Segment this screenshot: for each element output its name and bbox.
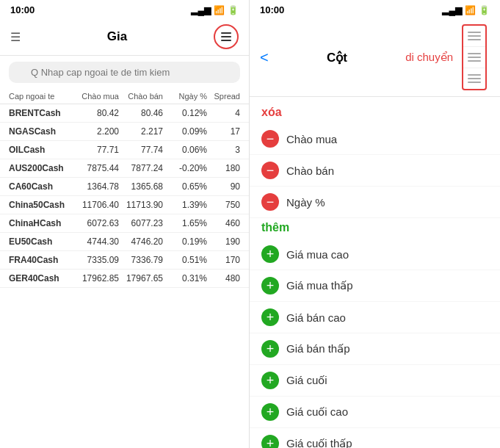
col-cap-ngoai-te: Cap ngoai te: [9, 92, 75, 101]
right-battery-icon: 🔋: [479, 5, 490, 15]
add-button[interactable]: +: [261, 403, 279, 421]
cell-name: ChinaHCash: [9, 218, 75, 228]
cell-spread: 17: [207, 126, 240, 137]
right-status-icons: ▂▄▆ 📶 🔋: [442, 5, 490, 15]
cell-name: FRA40Cash: [9, 255, 75, 265]
cell-sell: 80.46: [119, 108, 163, 118]
cell-name: EU50Cash: [9, 236, 75, 247]
cell-sell: 7877.24: [119, 163, 163, 173]
cell-sell: 11713.90: [119, 200, 163, 210]
cell-buy: 17962.85: [75, 273, 119, 283]
cell-sell: 4746.20: [119, 236, 163, 247]
right-time: 10:00: [260, 4, 284, 15]
add-button[interactable]: +: [261, 372, 279, 389]
search-input[interactable]: [9, 62, 240, 83]
cell-buy: 7875.44: [75, 163, 119, 173]
table-row[interactable]: ChinaHCash 6072.63 6077.23 1.65% 460: [0, 214, 249, 233]
remove-button[interactable]: −: [261, 162, 279, 179]
add-button[interactable]: +: [261, 340, 279, 358]
remove-button[interactable]: −: [261, 193, 279, 211]
cell-pct: 0.06%: [163, 145, 207, 155]
cell-name: China50Cash: [9, 200, 75, 210]
cell-buy: 80.42: [75, 108, 119, 118]
cell-buy: 11706.40: [75, 200, 119, 210]
cell-spread: 480: [207, 273, 240, 283]
right-panel: 10:00 ▂▄▆ 📶 🔋 < Cột di chuyển xóa −: [250, 0, 500, 448]
cell-sell: 1365.68: [119, 181, 163, 192]
right-header: < Cột di chuyển: [250, 20, 500, 97]
add-column-item: + Giá bán cao: [250, 302, 500, 333]
drag-handle-1[interactable]: [463, 26, 485, 47]
add-item-label: Giá cuối: [286, 374, 488, 387]
table-row[interactable]: CA60Cash 1364.78 1365.68 0.65% 90: [0, 178, 249, 196]
column-settings-button[interactable]: [214, 24, 239, 49]
remove-column-item: − Chào mua: [250, 123, 500, 155]
cell-spread: 90: [207, 181, 240, 192]
table-row[interactable]: OILCash 77.71 77.74 0.06% 3: [0, 141, 249, 159]
cell-pct: 0.31%: [163, 273, 207, 283]
table-row[interactable]: AUS200Cash 7875.44 7877.24 -0.20% 180: [0, 159, 249, 178]
left-header-title: Gia: [21, 29, 214, 44]
remove-column-item: − Ngày %: [250, 187, 500, 218]
table-row[interactable]: NGASCash 2.200 2.217 0.09% 17: [0, 123, 249, 141]
remove-button[interactable]: −: [261, 130, 279, 148]
table-row[interactable]: GER40Cash 17962.85 17967.65 0.31% 480: [0, 270, 249, 288]
add-button[interactable]: +: [261, 277, 279, 295]
cell-pct: -0.20%: [163, 163, 207, 173]
left-status-bar: 10:00 ▂▄▆ 📶 🔋: [0, 0, 249, 20]
table-row[interactable]: FRA40Cash 7335.09 7336.79 0.51% 170: [0, 251, 249, 270]
add-button[interactable]: +: [261, 435, 279, 448]
add-column-item: + Giá cuối cao: [250, 397, 500, 428]
add-column-item: + Giá bán thấp: [250, 333, 500, 365]
cell-pct: 0.51%: [163, 255, 207, 265]
table-row[interactable]: EU50Cash 4744.30 4746.20 0.19% 190: [0, 233, 249, 251]
cell-sell: 77.74: [119, 145, 163, 155]
signal-icon: ▂▄▆: [191, 5, 211, 15]
back-button[interactable]: <: [260, 49, 269, 66]
search-bar: [0, 56, 249, 89]
them-section-label: thêm: [250, 218, 500, 239]
search-wrapper: [9, 62, 240, 83]
add-column-item: + Giá cuối thấp: [250, 428, 500, 448]
add-item-label: Giá mua cao: [286, 248, 488, 261]
cell-spread: 180: [207, 163, 240, 173]
cell-buy: 77.71: [75, 145, 119, 155]
remove-item-label: Chào mua: [286, 133, 488, 145]
add-button[interactable]: +: [261, 245, 279, 263]
hamburger-icon: [221, 32, 231, 41]
di-chuyen-label: di chuyển: [405, 51, 453, 64]
add-item-label: Giá mua thấp: [286, 279, 488, 292]
cell-pct: 1.39%: [163, 200, 207, 210]
remove-item-label: Ngày %: [286, 196, 488, 209]
list-menu-icon[interactable]: ☰: [10, 30, 21, 44]
cell-spread: 170: [207, 255, 240, 265]
table-row[interactable]: China50Cash 11706.40 11713.90 1.39% 750: [0, 196, 249, 214]
cell-buy: 7335.09: [75, 255, 119, 265]
drag-handle-3[interactable]: [463, 68, 485, 89]
cell-spread: 460: [207, 218, 240, 228]
add-item-label: Giá bán thấp: [286, 342, 488, 355]
add-item-label: Giá bán cao: [286, 311, 488, 324]
add-column-item: + Giá mua cao: [250, 239, 500, 270]
cell-buy: 4744.30: [75, 236, 119, 247]
cell-name: CA60Cash: [9, 181, 75, 192]
cell-name: AUS200Cash: [9, 163, 75, 173]
cell-name: BRENTCash: [9, 108, 75, 118]
table-row[interactable]: BRENTCash 80.42 80.46 0.12% 4: [0, 104, 249, 123]
right-wifi-icon: 📶: [465, 5, 476, 15]
drag-handle-2[interactable]: [463, 47, 485, 68]
xoa-section-label: xóa: [250, 103, 500, 123]
cell-spread: 3: [207, 145, 240, 155]
cell-pct: 0.65%: [163, 181, 207, 192]
cell-pct: 0.12%: [163, 108, 207, 118]
cell-spread: 4: [207, 108, 240, 118]
left-status-icons: ▂▄▆ 📶 🔋: [191, 5, 239, 15]
remove-item-label: Chào bán: [286, 165, 488, 177]
add-button[interactable]: +: [261, 308, 279, 326]
cell-name: OILCash: [9, 145, 75, 155]
add-column-item: + Giá cuối: [250, 365, 500, 397]
add-items-list: + Giá mua cao + Giá mua thấp + Giá bán c…: [250, 239, 500, 448]
right-header-title: Cột: [275, 50, 399, 65]
cell-sell: 7336.79: [119, 255, 163, 265]
cell-pct: 1.65%: [163, 218, 207, 228]
